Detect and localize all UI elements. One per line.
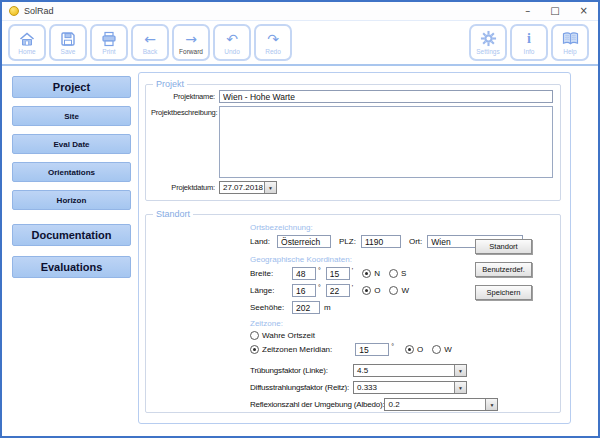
longitude-minutes-input[interactable]: [326, 284, 350, 297]
timezone-meridian-radio[interactable]: [250, 345, 259, 354]
project-date-combobox[interactable]: 27.07.2018 ▼: [219, 181, 277, 194]
minimize-icon[interactable]: –: [525, 6, 530, 16]
longitude-east-radio[interactable]: [362, 286, 371, 295]
save-icon: [60, 30, 76, 47]
sidebar-item-evaluations[interactable]: Evaluations: [12, 256, 131, 278]
redo-button[interactable]: ↷ Redo: [254, 24, 292, 61]
help-button[interactable]: Help: [551, 24, 589, 61]
latitude-minutes-input[interactable]: [326, 267, 350, 280]
benutzerdef-button[interactable]: Benutzerdef.: [475, 262, 532, 277]
print-label: Print: [102, 48, 115, 55]
country-label: Land:: [250, 237, 270, 246]
longitude-label: Länge:: [250, 286, 292, 295]
altitude-label: Seehöhe:: [250, 303, 292, 312]
timezone-meridian-input[interactable]: [355, 343, 389, 356]
save-label: Save: [61, 48, 76, 55]
meridian-west-label: W: [444, 345, 452, 354]
latitude-north-radio[interactable]: [362, 269, 371, 278]
zip-label: PLZ:: [339, 237, 356, 246]
zip-input[interactable]: [361, 235, 401, 248]
location-group-legend: Standort: [153, 209, 193, 219]
undo-label: Undo: [224, 48, 240, 55]
sidebar-item-eval-date[interactable]: Eval Date: [12, 134, 131, 154]
settings-button[interactable]: Settings: [469, 24, 507, 61]
degree-symbol: °: [391, 343, 394, 350]
longitude-west-radio[interactable]: [389, 286, 398, 295]
forward-button[interactable]: → Forward: [172, 24, 210, 61]
gear-icon: [480, 30, 497, 47]
print-button[interactable]: Print: [90, 24, 128, 61]
redo-label: Redo: [265, 48, 281, 55]
back-arrow-icon: ←: [144, 30, 156, 47]
print-icon: [101, 30, 117, 47]
toolbar: Home Save Print ← Back → Forward ↶ Undo …: [2, 21, 598, 66]
latitude-north-label: N: [374, 269, 380, 278]
minute-symbol: ': [352, 267, 353, 274]
undo-button[interactable]: ↶ Undo: [213, 24, 251, 61]
redo-icon: ↷: [267, 30, 279, 47]
toolbar-right-group: Settings i Info Help: [469, 24, 592, 61]
diffuse-radiation-factor-combobox[interactable]: 0.333 ▼: [353, 381, 467, 394]
project-description-label: Projektbeschreibung:: [151, 108, 215, 117]
project-group: Projekt Projektname: Projektbeschreibung…: [145, 79, 561, 201]
project-name-label: Projektname:: [151, 92, 215, 101]
dropdown-arrow-icon[interactable]: ▼: [454, 365, 466, 376]
close-icon[interactable]: ×: [580, 6, 588, 16]
meridian-east-label: O: [417, 345, 423, 354]
latitude-degrees-input[interactable]: [292, 267, 316, 280]
speichern-button[interactable]: Speichern: [475, 285, 532, 300]
window-controls: – □ ×: [525, 6, 588, 16]
back-label: Back: [143, 48, 157, 55]
turbidity-factor-combobox[interactable]: 4.5 ▼: [353, 364, 467, 377]
content-panel: Projekt Projektname: Projektbeschreibung…: [138, 72, 571, 424]
undo-icon: ↶: [226, 30, 238, 47]
sidebar-item-site[interactable]: Site: [12, 106, 131, 126]
city-label: Ort:: [409, 237, 422, 246]
sidebar-item-documentation[interactable]: Documentation: [12, 224, 131, 246]
project-date-value: 27.07.2018: [220, 182, 264, 193]
project-group-legend: Projekt: [153, 79, 187, 89]
info-label: Info: [524, 48, 535, 55]
latitude-south-radio[interactable]: [389, 269, 398, 278]
true-local-time-radio[interactable]: [250, 331, 259, 340]
help-book-icon: [562, 30, 579, 47]
forward-arrow-icon: →: [185, 30, 197, 47]
maximize-icon[interactable]: □: [550, 6, 559, 16]
albedo-value: 0.2: [385, 399, 485, 410]
albedo-combobox[interactable]: 0.2 ▼: [384, 398, 498, 411]
dropdown-arrow-icon[interactable]: ▼: [454, 382, 466, 393]
location-action-buttons: Standort Benutzerdef. Speichern: [475, 239, 532, 300]
degree-symbol: °: [318, 284, 321, 291]
info-icon: i: [527, 30, 531, 47]
sidebar-item-horizon[interactable]: Horizon: [12, 190, 131, 210]
country-input[interactable]: [277, 235, 331, 248]
home-icon: [19, 30, 35, 47]
minute-symbol: ': [352, 284, 353, 291]
turbidity-factor-value: 4.5: [354, 365, 454, 376]
help-label: Help: [563, 48, 576, 55]
altitude-input[interactable]: [292, 301, 320, 314]
meridian-east-radio[interactable]: [405, 345, 414, 354]
timezone-meridian-label: Zeitzonen Meridian:: [262, 345, 332, 354]
longitude-degrees-input[interactable]: [292, 284, 316, 297]
dropdown-arrow-icon[interactable]: ▼: [485, 399, 497, 410]
latitude-label: Breite:: [250, 269, 292, 278]
dropdown-arrow-icon[interactable]: ▼: [264, 182, 276, 193]
place-heading: Ortsbezeichnung:: [250, 223, 553, 232]
sidebar-item-orientations[interactable]: Orientations: [12, 162, 131, 182]
home-button[interactable]: Home: [8, 24, 46, 61]
project-name-input[interactable]: [219, 90, 553, 103]
altitude-unit: m: [324, 303, 331, 312]
info-button[interactable]: i Info: [510, 24, 548, 61]
forward-label: Forward: [179, 48, 203, 55]
timezone-heading: Zeitzone:: [250, 319, 553, 328]
turbidity-factor-label: Trübungsfaktor (Linke):: [250, 366, 353, 375]
standort-button[interactable]: Standort: [475, 239, 532, 254]
project-description-textarea[interactable]: [219, 106, 553, 178]
title-bar: SolRad – □ ×: [2, 2, 598, 21]
back-button[interactable]: ← Back: [131, 24, 169, 61]
sidebar-item-project[interactable]: Project: [12, 76, 131, 98]
meridian-west-radio[interactable]: [432, 345, 441, 354]
save-button[interactable]: Save: [49, 24, 87, 61]
home-label: Home: [18, 48, 35, 55]
